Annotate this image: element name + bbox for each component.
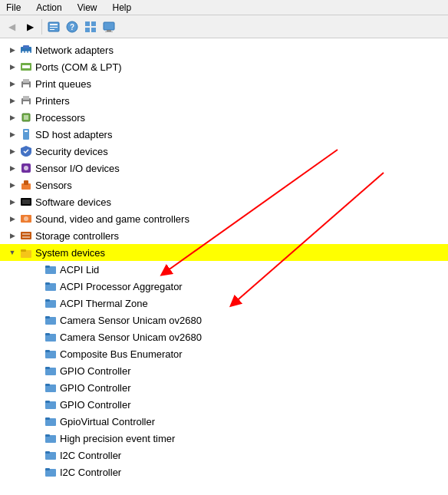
expand-icon[interactable]: [31, 280, 43, 292]
expand-icon[interactable]: ▶: [6, 145, 18, 157]
tree-item-processors[interactable]: ▶Processors: [0, 109, 448, 126]
svg-rect-19: [22, 65, 30, 68]
expand-icon[interactable]: ▶: [6, 213, 18, 225]
expand-icon[interactable]: [31, 331, 43, 343]
tree-item-gpio-controller-2[interactable]: GPIO Controller: [0, 379, 448, 396]
expand-icon[interactable]: [31, 348, 43, 360]
svg-rect-11: [107, 30, 111, 31]
svg-rect-12: [105, 31, 113, 32]
device-icon-system-devices: [20, 246, 32, 259]
expand-icon[interactable]: ▶: [6, 162, 18, 174]
tree-item-gpio-virtual[interactable]: GpioVirtual Controller: [0, 413, 448, 430]
tree-item-camera-sensor-1[interactable]: Camera Sensor Unicam ov2680: [0, 312, 448, 328]
expand-icon[interactable]: ▶: [6, 128, 18, 140]
device-label: Sensor I/O devices: [35, 163, 120, 174]
menu-action[interactable]: Action: [33, 2, 64, 13]
device-icon-software-devices: [20, 196, 32, 208]
tree-item-acpi-lid[interactable]: ACPI Lid: [0, 261, 448, 278]
tree-item-acpi-processor-aggregator[interactable]: ACPI Processor Aggregator: [0, 278, 448, 295]
tree-item-i2c-controller-2[interactable]: I2C Controller: [0, 464, 448, 480]
forward-button[interactable]: ▶: [21, 18, 38, 35]
expand-icon[interactable]: [31, 263, 43, 276]
svg-rect-54: [45, 350, 50, 352]
monitor-button[interactable]: [100, 18, 117, 35]
device-label: Sound, video and game controllers: [35, 213, 189, 225]
menu-help[interactable]: Help: [110, 2, 135, 13]
device-icon-composite-bus: [44, 348, 57, 360]
expand-icon[interactable]: [31, 398, 43, 411]
view-toggle-button[interactable]: [82, 18, 99, 35]
expand-icon[interactable]: ▶: [6, 179, 18, 191]
device-label: Camera Sensor Unicam ov2680: [60, 332, 202, 343]
tree-item-camera-sensor-2[interactable]: Camera Sensor Unicam ov2680: [0, 328, 448, 345]
device-icon-ports: [20, 61, 32, 73]
tree-item-printers[interactable]: ▶Printers: [0, 92, 448, 109]
svg-rect-35: [22, 200, 30, 204]
tree-item-acpi-thermal-zone[interactable]: ACPI Thermal Zone: [0, 295, 448, 312]
tree-item-composite-bus[interactable]: Composite Bus Enumerator: [0, 345, 448, 362]
back-button[interactable]: ◀: [3, 18, 20, 35]
expand-icon[interactable]: [31, 415, 43, 427]
expand-icon[interactable]: ▶: [6, 196, 18, 208]
expand-icon[interactable]: [31, 466, 43, 478]
expand-icon[interactable]: [31, 365, 43, 377]
svg-rect-42: [21, 249, 26, 252]
svg-rect-66: [45, 451, 50, 454]
tree-item-high-precision-timer[interactable]: High precision event timer: [0, 430, 448, 447]
tree-item-gpio-controller-3[interactable]: GPIO Controller: [0, 396, 448, 413]
tree-item-i2c-controller-1[interactable]: I2C Controller: [0, 447, 448, 464]
device-icon-gpio-controller-2: [44, 381, 57, 394]
device-icon-sound: [20, 213, 32, 225]
device-label: SD host adapters: [35, 129, 112, 140]
tree-item-gpio-controller-1[interactable]: GPIO Controller: [0, 362, 448, 379]
menu-file[interactable]: File: [3, 2, 24, 13]
svg-rect-44: [45, 266, 50, 268]
svg-rect-56: [45, 367, 50, 369]
svg-rect-38: [21, 232, 31, 239]
tree-item-system-devices[interactable]: ▼System devices: [0, 244, 448, 261]
tree-item-sensor-io[interactable]: ▶Sensor I/O devices: [0, 160, 448, 177]
menu-view[interactable]: View: [74, 2, 100, 13]
tree-item-sound[interactable]: ▶Sound, video and game controllers: [0, 210, 448, 227]
expand-icon[interactable]: [31, 449, 43, 461]
tree-item-software-devices[interactable]: ▶Software devices: [0, 193, 448, 210]
expand-icon[interactable]: ▶: [6, 78, 18, 90]
device-icon-camera-sensor-2: [44, 331, 57, 343]
device-label: Security devices: [35, 146, 108, 157]
svg-rect-24: [23, 96, 29, 100]
expand-icon[interactable]: [31, 381, 43, 394]
expand-icon[interactable]: ▶: [6, 61, 18, 73]
tree-item-sensors[interactable]: ▶Sensors: [0, 177, 448, 193]
tree-item-sd-host[interactable]: ▶SD host adapters: [0, 126, 448, 143]
expand-icon[interactable]: [31, 314, 43, 326]
expand-icon[interactable]: [31, 297, 43, 309]
expand-icon[interactable]: ▶: [6, 94, 18, 107]
expand-icon[interactable]: ▶: [6, 111, 18, 124]
device-label: ACPI Processor Aggregator: [60, 281, 183, 292]
expand-icon[interactable]: ▶: [6, 44, 18, 56]
svg-rect-6: [85, 21, 90, 26]
device-icon-printers: [20, 94, 32, 107]
svg-rect-62: [45, 417, 50, 420]
svg-rect-14: [23, 45, 29, 48]
expand-icon[interactable]: ▼: [6, 246, 18, 259]
tree-item-storage-controllers[interactable]: ▶Storage controllers: [0, 227, 448, 244]
device-icon-print-queues: [20, 78, 32, 90]
toolbar: ◀ ▶ ?: [0, 15, 448, 38]
tree-item-network-adapters[interactable]: ▶Network adapters: [0, 41, 448, 58]
help-button[interactable]: ?: [64, 18, 81, 35]
device-icon-sensor-io: [20, 162, 32, 174]
show-properties-button[interactable]: [45, 18, 62, 35]
svg-rect-39: [22, 233, 30, 235]
svg-rect-50: [45, 316, 50, 318]
svg-rect-3: [50, 29, 54, 30]
svg-point-37: [24, 216, 28, 221]
tree-item-ports[interactable]: ▶Ports (COM & LPT): [0, 58, 448, 75]
expand-icon[interactable]: [31, 432, 43, 444]
svg-rect-27: [24, 115, 28, 120]
svg-text:?: ?: [70, 23, 74, 31]
tree-item-security-devices[interactable]: ▶Security devices: [0, 143, 448, 160]
tree-item-print-queues[interactable]: ▶Print queues: [0, 75, 448, 92]
svg-rect-46: [45, 282, 50, 285]
expand-icon[interactable]: ▶: [6, 229, 18, 242]
